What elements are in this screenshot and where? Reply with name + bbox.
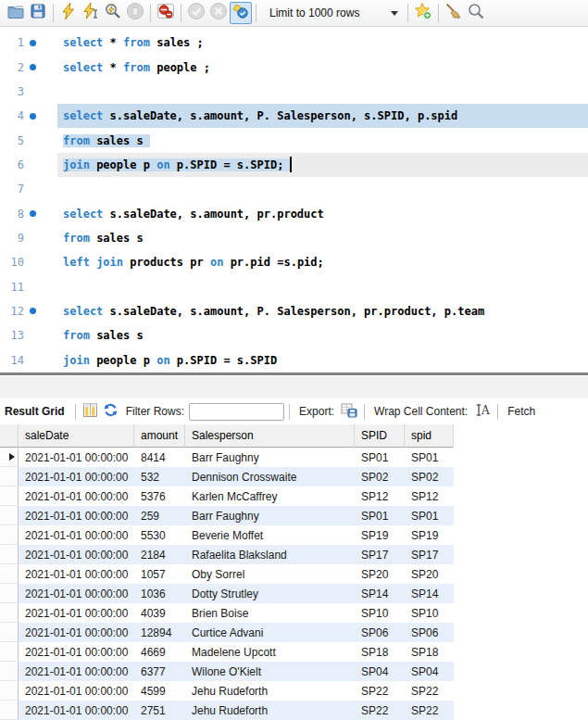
- table-cell[interactable]: 2021-01-01 00:00:00: [19, 681, 134, 701]
- save-snippet-button[interactable]: [412, 2, 434, 24]
- table-cell[interactable]: SP06: [405, 623, 454, 642]
- code-line-content[interactable]: select s.saleDate, s.amount, P. Salesper…: [57, 104, 588, 128]
- table-row[interactable]: 2021-01-01 00:00:001036Dotty StrutleySP1…: [0, 584, 588, 603]
- code-line-content[interactable]: join people p on p.SPID = s.SPID;: [57, 153, 588, 177]
- table-cell[interactable]: 2021-01-01 00:00:00: [19, 603, 134, 623]
- table-cell[interactable]: SP04: [405, 662, 454, 681]
- row-selector-cell[interactable]: [0, 623, 19, 642]
- editor-line[interactable]: 1select * from sales ;: [0, 31, 588, 55]
- code-line-content[interactable]: join people p on p.SPID = s.SPID: [57, 347, 588, 372]
- beautify-script-button[interactable]: [443, 2, 465, 24]
- code-line-content[interactable]: from sales s: [57, 226, 588, 250]
- table-row[interactable]: 2021-01-01 00:00:005530Beverie MoffetSP1…: [0, 525, 588, 545]
- table-cell[interactable]: SP12: [355, 486, 405, 506]
- code-line-content[interactable]: select * from sales ;: [57, 31, 588, 55]
- editor-line[interactable]: 14join people p on p.SPID = s.SPID: [0, 347, 588, 372]
- stop-execution-button[interactable]: [124, 2, 146, 24]
- table-row[interactable]: 2021-01-01 00:00:006377Wilone O'KieltSP0…: [0, 662, 588, 681]
- table-cell[interactable]: 4599: [134, 681, 185, 701]
- code-line-content[interactable]: select s.saleDate, s.amount, pr.product: [57, 201, 588, 225]
- editor-line[interactable]: 8select s.saleDate, s.amount, pr.product: [0, 201, 588, 225]
- table-cell[interactable]: 1036: [134, 584, 185, 603]
- table-row[interactable]: 2021-01-01 00:00:002751Jehu RudeforthSP2…: [0, 701, 588, 720]
- table-cell[interactable]: 2021-01-01 00:00:00: [19, 662, 134, 681]
- find-panel-button[interactable]: [465, 2, 487, 24]
- table-cell[interactable]: Wilone O'Kielt: [185, 662, 355, 681]
- table-cell[interactable]: 2021-01-01 00:00:00: [19, 584, 134, 603]
- table-cell[interactable]: Dennison Crosswaite: [185, 467, 355, 486]
- table-cell[interactable]: Madelene Upcott: [185, 642, 355, 662]
- table-cell[interactable]: 1057: [134, 564, 185, 584]
- row-selector-cell[interactable]: [0, 545, 19, 564]
- table-cell[interactable]: SP22: [405, 681, 454, 701]
- export-button[interactable]: [339, 401, 359, 422]
- table-cell[interactable]: SP01: [405, 506, 454, 525]
- table-cell[interactable]: SP22: [355, 701, 405, 720]
- commit-button[interactable]: [185, 2, 207, 24]
- limit-rows-dropdown[interactable]: Limit to 1000 rows: [260, 3, 404, 23]
- table-cell[interactable]: SP20: [355, 564, 405, 584]
- row-selector-cell[interactable]: [0, 603, 19, 623]
- column-header-SPID[interactable]: SPID: [355, 424, 405, 448]
- table-cell[interactable]: SP06: [355, 623, 405, 642]
- editor-line[interactable]: 7: [0, 177, 588, 201]
- rollback-button[interactable]: [207, 2, 230, 24]
- table-cell[interactable]: 2021-01-01 00:00:00: [19, 525, 134, 545]
- table-cell[interactable]: SP14: [355, 584, 405, 603]
- editor-line[interactable]: 2select * from people ;: [0, 55, 588, 79]
- table-cell[interactable]: 2021-01-01 00:00:00: [19, 467, 134, 486]
- grid-view-button[interactable]: [81, 401, 101, 422]
- table-cell[interactable]: SP19: [355, 525, 405, 545]
- table-row[interactable]: 2021-01-01 00:00:0012894Curtice AdvaniSP…: [0, 623, 588, 642]
- filter-rows-input[interactable]: [189, 403, 284, 421]
- table-cell[interactable]: SP01: [405, 448, 454, 467]
- table-cell[interactable]: 2184: [134, 545, 185, 564]
- table-row[interactable]: 2021-01-01 00:00:005376Karlen McCaffreyS…: [0, 486, 588, 506]
- table-cell[interactable]: SP02: [355, 467, 405, 486]
- table-row[interactable]: 2021-01-01 00:00:00532Dennison Crosswait…: [0, 467, 588, 486]
- table-cell[interactable]: SP01: [355, 506, 405, 525]
- table-cell[interactable]: SP14: [405, 584, 454, 603]
- save-button[interactable]: [27, 2, 49, 24]
- column-header-Salesperson[interactable]: Salesperson: [185, 424, 355, 448]
- table-cell[interactable]: 532: [134, 467, 185, 486]
- table-cell[interactable]: SP10: [405, 603, 454, 623]
- editor-result-splitter[interactable]: [0, 373, 588, 398]
- code-line-content[interactable]: select * from people ;: [57, 55, 588, 79]
- table-cell[interactable]: Beverie Moffet: [185, 525, 355, 545]
- row-selector-cell[interactable]: [0, 448, 19, 467]
- editor-line[interactable]: 13from sales s: [0, 323, 588, 347]
- table-cell[interactable]: 5376: [134, 486, 185, 506]
- column-header-spid[interactable]: spid: [405, 424, 454, 448]
- code-line-content[interactable]: from sales s: [57, 323, 588, 347]
- wrap-cell-content-button[interactable]: A: [472, 401, 493, 422]
- editor-line[interactable]: 4select s.saleDate, s.amount, P. Salespe…: [0, 104, 588, 128]
- row-selector-cell[interactable]: [0, 642, 19, 662]
- table-cell[interactable]: Rafaelita Blaksland: [185, 545, 355, 564]
- table-row[interactable]: 2021-01-01 00:00:004039Brien BoiseSP10SP…: [0, 603, 588, 623]
- open-file-button[interactable]: [5, 2, 27, 24]
- explain-plan-button[interactable]: [102, 2, 124, 24]
- code-line-content[interactable]: left join products pr on pr.pid =s.pid;: [57, 250, 588, 274]
- table-cell[interactable]: SP19: [405, 525, 454, 545]
- refresh-button[interactable]: [101, 401, 121, 422]
- row-selector-cell[interactable]: [0, 486, 19, 506]
- table-row[interactable]: 2021-01-01 00:00:002184Rafaelita Blaksla…: [0, 545, 588, 564]
- table-cell[interactable]: SP22: [355, 681, 405, 701]
- table-row[interactable]: 2021-01-01 00:00:004599Jehu RudeforthSP2…: [0, 681, 588, 701]
- table-cell[interactable]: SP18: [355, 642, 405, 662]
- table-cell[interactable]: Barr Faughny: [185, 506, 355, 525]
- editor-line[interactable]: 3: [0, 80, 588, 104]
- table-cell[interactable]: Jehu Rudeforth: [185, 701, 355, 720]
- table-cell[interactable]: 2021-01-01 00:00:00: [19, 701, 134, 720]
- table-cell[interactable]: Curtice Advani: [185, 623, 355, 642]
- table-cell[interactable]: 2021-01-01 00:00:00: [19, 486, 134, 506]
- editor-line[interactable]: 9from sales s: [0, 226, 588, 250]
- row-selector-cell[interactable]: [0, 525, 19, 545]
- table-cell[interactable]: 2021-01-01 00:00:00: [19, 506, 134, 525]
- editor-line[interactable]: 10left join products pr on pr.pid =s.pid…: [0, 250, 588, 274]
- table-cell[interactable]: SP22: [405, 701, 454, 720]
- table-row[interactable]: 2021-01-01 00:00:008414Barr FaughnySP01S…: [0, 448, 588, 467]
- table-cell[interactable]: SP20: [405, 564, 454, 584]
- row-selector-cell[interactable]: [0, 681, 19, 701]
